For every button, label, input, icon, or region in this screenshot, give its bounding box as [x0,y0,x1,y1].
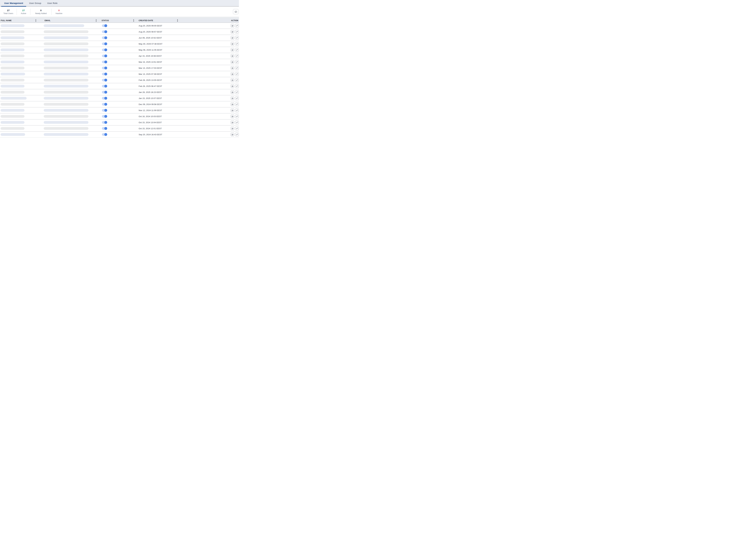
tab-user-management[interactable]: User Management [1,0,26,6]
stat-label: Newly Added [35,12,47,14]
edit-user-button[interactable] [235,85,239,88]
tab-user-group[interactable]: User Group [26,0,44,6]
view-user-details-button[interactable] [231,91,234,94]
status-toggle[interactable] [102,55,107,57]
status-toggle[interactable] [102,73,107,75]
view-user-details-button[interactable] [231,60,234,64]
pencil-icon [236,25,238,27]
view-user-details-button[interactable] [231,103,234,106]
edit-user-button[interactable] [235,66,239,70]
edit-user-button[interactable] [235,36,239,40]
status-toggle[interactable] [102,49,107,51]
email-skeleton [44,49,88,51]
edit-user-button[interactable] [235,48,239,52]
user-details-icon [231,73,234,75]
created-date-cell: Sep 20, 2024 16:43 EEST [139,134,162,136]
export-users-button[interactable] [233,9,238,14]
pencil-icon [236,122,238,124]
edit-user-button[interactable] [235,54,239,58]
created-date-cell: Oct 16, 2024 10:03 EEST [139,115,162,118]
table-row: Apr 15, 2025 15:56 EEST [0,53,239,59]
toggle-knob [104,91,107,94]
stat-label: Total Users [3,12,13,14]
view-user-details-button[interactable] [231,133,234,136]
full-name-skeleton [1,67,24,69]
column-menu-icon[interactable] [96,19,97,22]
status-toggle[interactable] [102,67,107,69]
tab-user-role[interactable]: User Role [44,0,61,6]
view-user-details-button[interactable] [231,121,234,124]
edit-user-button[interactable] [235,78,239,82]
email-skeleton [44,109,88,112]
edit-user-button[interactable] [235,24,239,28]
status-toggle[interactable] [102,91,107,94]
status-toggle[interactable] [102,24,107,27]
status-toggle[interactable] [102,97,107,100]
column-menu-icon[interactable] [177,19,178,22]
user-details-icon [231,79,234,81]
edit-user-button[interactable] [235,42,239,46]
status-toggle[interactable] [102,79,107,81]
view-user-details-button[interactable] [231,24,234,28]
edit-user-button[interactable] [235,97,239,100]
view-user-details-button[interactable] [231,48,234,52]
status-toggle[interactable] [102,121,107,124]
status-toggle[interactable] [102,109,107,112]
status-toggle[interactable] [102,127,107,130]
toggle-knob [104,85,107,88]
status-toggle[interactable] [102,37,107,39]
column-header-action: ACTION [231,20,238,22]
table-row: Oct 15, 2024 13:04 EEST [0,120,239,126]
edit-user-button[interactable] [235,109,239,112]
full-name-skeleton [1,24,24,27]
view-user-details-button[interactable] [231,42,234,46]
created-date-cell: Oct 15, 2024 13:04 EEST [139,121,162,124]
section-gap [0,17,239,18]
view-user-details-button[interactable] [231,127,234,130]
edit-user-button[interactable] [235,103,239,106]
status-toggle[interactable] [102,133,107,136]
full-name-skeleton [1,36,24,39]
view-user-details-button[interactable] [231,54,234,58]
full-name-skeleton [1,30,24,33]
pencil-icon [236,109,238,111]
pencil-icon [236,134,238,136]
view-user-details-button[interactable] [231,66,234,70]
status-toggle[interactable] [102,43,107,45]
status-toggle[interactable] [102,115,107,118]
row-actions [231,115,239,118]
status-toggle[interactable] [102,103,107,106]
view-user-details-button[interactable] [231,85,234,88]
column-menu-icon[interactable] [35,19,36,22]
row-actions [231,109,239,112]
edit-user-button[interactable] [235,115,239,118]
stat-value: 27 [22,9,25,12]
edit-user-button[interactable] [235,127,239,130]
edit-user-button[interactable] [235,91,239,94]
column-menu-icon[interactable] [133,19,134,22]
row-actions [231,85,239,88]
edit-user-button[interactable] [235,30,239,34]
toggle-knob [104,73,107,76]
edit-user-button[interactable] [235,60,239,64]
full-name-skeleton [1,97,27,100]
email-skeleton [44,91,88,94]
view-user-details-button[interactable] [231,72,234,76]
row-actions [231,42,239,46]
created-date-cell: Mar 24, 2025 13:51 EEST [139,61,162,63]
view-user-details-button[interactable] [231,115,234,118]
status-toggle[interactable] [102,85,107,88]
table-row: Mar 13, 2025 07:39 EEST [0,71,239,77]
view-user-details-button[interactable] [231,97,234,100]
status-toggle[interactable] [102,61,107,63]
edit-user-button[interactable] [235,72,239,76]
status-toggle[interactable] [102,31,107,33]
view-user-details-button[interactable] [231,78,234,82]
edit-user-button[interactable] [235,133,239,136]
view-user-details-button[interactable] [231,36,234,40]
email-skeleton [44,79,88,81]
edit-user-button[interactable] [235,121,239,124]
view-user-details-button[interactable] [231,30,234,34]
view-user-details-button[interactable] [231,109,234,112]
user-details-icon [231,127,234,130]
